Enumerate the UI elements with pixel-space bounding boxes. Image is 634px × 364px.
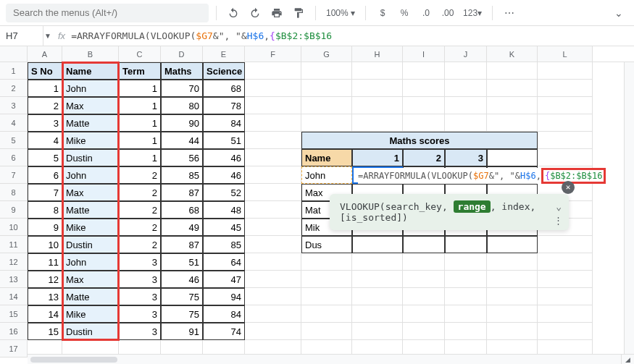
cell[interactable]: Max [62, 97, 119, 114]
name-box-dropdown[interactable]: ▼ [43, 32, 52, 40]
redo-button[interactable] [246, 4, 264, 22]
cell[interactable] [245, 62, 301, 80]
cell[interactable]: 10 [28, 236, 62, 253]
cell[interactable]: 87 [161, 236, 203, 253]
cell[interactable] [538, 80, 593, 97]
cell[interactable] [352, 236, 403, 253]
cell[interactable]: Mike [62, 132, 119, 149]
cell[interactable] [487, 62, 538, 80]
cell[interactable] [487, 288, 538, 305]
cell[interactable]: 1 [119, 132, 161, 149]
cell[interactable]: 2 [119, 201, 161, 219]
hint-menu-icon[interactable]: ⋮ [554, 215, 563, 226]
cell[interactable] [245, 201, 301, 219]
cell[interactable]: 14 [28, 305, 62, 323]
cell[interactable] [245, 288, 301, 305]
cell[interactable]: 45 [203, 219, 245, 236]
column-header-e[interactable]: E [203, 46, 245, 62]
cell[interactable] [403, 271, 445, 288]
cell[interactable] [352, 114, 403, 132]
cell[interactable] [538, 62, 593, 80]
cell[interactable] [403, 80, 445, 97]
cell[interactable] [445, 253, 487, 271]
cell[interactable] [403, 236, 445, 253]
cell[interactable]: John [62, 253, 119, 271]
cell[interactable] [352, 288, 403, 305]
column-header-a[interactable]: A [28, 46, 62, 62]
name-box[interactable]: H7 [0, 26, 43, 46]
cell[interactable] [538, 271, 593, 288]
cell[interactable] [352, 97, 403, 114]
cell[interactable] [403, 97, 445, 114]
cell[interactable]: Max [62, 184, 119, 201]
cell[interactable] [445, 288, 487, 305]
row-header[interactable]: 1 [0, 62, 28, 80]
cell[interactable]: 91 [161, 323, 203, 340]
row-header[interactable]: 9 [0, 201, 28, 219]
cell[interactable]: 47 [203, 271, 245, 288]
cell[interactable]: John [62, 166, 119, 184]
cell[interactable]: 1 [119, 114, 161, 132]
cell[interactable] [445, 236, 487, 253]
zoom-dropdown[interactable]: 100% ▾ [323, 8, 358, 18]
cell[interactable]: 5 [28, 149, 62, 166]
cell[interactable]: 2 [403, 149, 445, 166]
cell[interactable]: 46 [203, 166, 245, 184]
cell[interactable]: 3 [119, 288, 161, 305]
cell[interactable] [445, 271, 487, 288]
cell[interactable]: 11 [28, 253, 62, 271]
cell[interactable]: 2 [119, 166, 161, 184]
row-header[interactable]: 15 [0, 305, 28, 323]
cell[interactable]: 85 [203, 236, 245, 253]
currency-button[interactable]: $ [373, 4, 392, 22]
cell[interactable] [445, 80, 487, 97]
cell[interactable] [352, 80, 403, 97]
cell[interactable] [487, 236, 538, 253]
cell[interactable]: 7 [28, 184, 62, 201]
cell[interactable]: Mike [62, 219, 119, 236]
cell[interactable] [245, 149, 301, 166]
cell[interactable] [403, 305, 445, 323]
cell[interactable]: Dustin [62, 149, 119, 166]
cell[interactable]: Max [62, 271, 119, 288]
cell[interactable] [538, 236, 593, 253]
cell[interactable]: 1 [28, 80, 62, 97]
vertical-scrollbar[interactable] [624, 62, 634, 354]
cell[interactable]: Mike [62, 305, 119, 323]
cell[interactable] [403, 323, 445, 340]
cell[interactable] [538, 288, 593, 305]
row-header[interactable]: 6 [0, 149, 28, 166]
column-header-d[interactable]: D [161, 46, 203, 62]
cell[interactable] [487, 305, 538, 323]
more-toolbar-button[interactable]: ⋯ [500, 4, 519, 22]
cell[interactable]: Matte [62, 114, 119, 132]
cell[interactable] [245, 184, 301, 201]
cell[interactable] [245, 166, 301, 184]
cell[interactable]: 1 [352, 149, 403, 166]
cell[interactable] [245, 253, 301, 271]
cell[interactable]: S No [28, 62, 62, 80]
cell[interactable] [403, 114, 445, 132]
cell[interactable]: 3 [119, 323, 161, 340]
cell[interactable] [538, 305, 593, 323]
cell[interactable] [245, 114, 301, 132]
cell[interactable]: 56 [161, 149, 203, 166]
row-header[interactable]: 5 [0, 132, 28, 149]
collapse-hint-icon[interactable]: ⌄ [556, 201, 562, 212]
cell[interactable]: 46 [203, 149, 245, 166]
cell[interactable] [487, 114, 538, 132]
formula-input[interactable]: =ARRAYFORMULA(VLOOKUP($G7&", "&H$6,{$B$2… [71, 30, 332, 41]
cell[interactable]: 1 [119, 149, 161, 166]
cell[interactable]: 9 [28, 219, 62, 236]
row-header[interactable]: 4 [0, 114, 28, 132]
paint-format-button[interactable] [289, 4, 308, 22]
cell[interactable] [352, 323, 403, 340]
column-header-i[interactable]: I [403, 46, 445, 62]
row-header[interactable]: 14 [0, 288, 28, 305]
cell[interactable]: 12 [28, 271, 62, 288]
cell[interactable]: 75 [161, 305, 203, 323]
cell[interactable] [245, 80, 301, 97]
cell[interactable] [445, 323, 487, 340]
cell[interactable]: 2 [119, 184, 161, 201]
row-header[interactable]: 11 [0, 236, 28, 253]
